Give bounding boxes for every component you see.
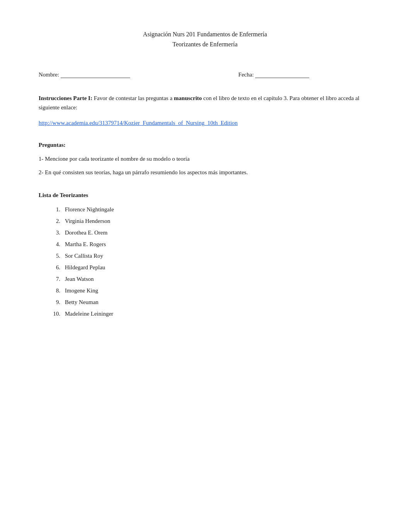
list-item: Virginia Henderson: [62, 216, 371, 226]
instructions-manuscrito: manuscrito: [174, 95, 202, 101]
list-item: Jean Watson: [62, 274, 371, 284]
textbook-link[interactable]: http://www.academia.edu/31379714/Kozier_…: [39, 120, 238, 126]
lista-ordered: Florence NightingaleVirginia HendersonDo…: [62, 205, 371, 318]
list-item: Imogene King: [62, 286, 371, 295]
list-item: Hildegard Peplau: [62, 263, 371, 272]
pregunta-2: 2- En qué consisten sus teorías, haga un…: [39, 168, 371, 177]
fecha-underline: [255, 71, 309, 78]
lista-title: Lista de Teorizantes: [39, 192, 371, 199]
nombre-field: Nombre:: [39, 71, 130, 78]
preguntas-section: Preguntas: 1- Mencione por cada teorizan…: [39, 142, 371, 177]
form-row: Nombre: Fecha:: [39, 71, 371, 78]
list-item: Sor Callista Roy: [62, 251, 371, 260]
page: Asignación Nurs 201 Fundamentos de Enfer…: [0, 0, 410, 532]
instructions-section: Instrucciones Parte I: Favor de contesta…: [39, 93, 371, 112]
list-item: Florence Nightingale: [62, 205, 371, 214]
document-header: Asignación Nurs 201 Fundamentos de Enfer…: [39, 31, 371, 48]
link-container[interactable]: http://www.academia.edu/31379714/Kozier_…: [39, 120, 371, 126]
nombre-underline: [61, 71, 130, 78]
list-item: Madeleine Leininger: [62, 309, 371, 318]
list-item: Betty Neuman: [62, 297, 371, 307]
list-item: Dorothea E. Orem: [62, 228, 371, 237]
instructions-part1-bold: Instrucciones Parte I:: [39, 95, 92, 101]
nombre-label: Nombre:: [39, 71, 59, 78]
fecha-field: Fecha:: [238, 71, 309, 78]
instructions-part1-text: Favor de contestar las preguntas a: [94, 95, 174, 101]
header-subtitle: Teorizantes de Enfermería: [39, 41, 371, 48]
list-item: Martha E. Rogers: [62, 240, 371, 249]
header-title: Asignación Nurs 201 Fundamentos de Enfer…: [39, 31, 371, 38]
lista-section: Lista de Teorizantes Florence Nightingal…: [39, 192, 371, 318]
pregunta-1: 1- Mencione por cada teorizante el nombr…: [39, 155, 371, 163]
fecha-label: Fecha:: [238, 71, 254, 78]
preguntas-title: Preguntas:: [39, 142, 371, 148]
